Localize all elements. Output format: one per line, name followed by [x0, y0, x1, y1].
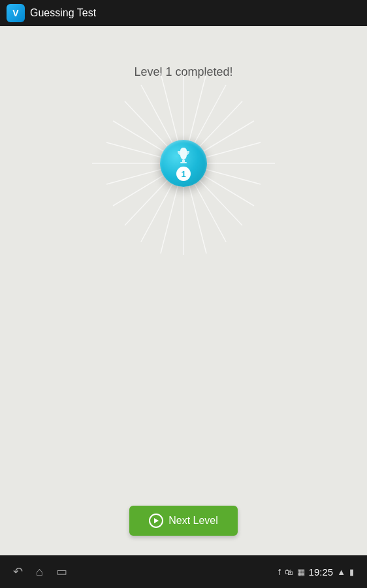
time-display: 19:25 — [309, 566, 334, 578]
svg-rect-24 — [182, 160, 185, 162]
medal-badge: 1 — [160, 140, 207, 187]
recents-icon[interactable]: ▭ — [56, 564, 67, 579]
medal-number: 1 — [176, 167, 191, 181]
facebook-icon: f — [278, 567, 281, 577]
main-content: Level 1 completed! — [0, 26, 367, 562]
svg-marker-26 — [154, 518, 159, 523]
storage-icon: ▦ — [297, 567, 305, 577]
app-title: Guessing Test — [30, 7, 96, 19]
title-bar: V Guessing Test — [0, 0, 367, 26]
nav-bar: ↶ ⌂ ▭ f 🛍 ▦ 19:25 ▲ ▮ — [0, 555, 367, 588]
status-right: f 🛍 ▦ 19:25 ▲ ▮ — [278, 566, 354, 578]
next-level-button[interactable]: Next Level — [129, 506, 238, 536]
next-level-button-label: Next Level — [168, 515, 218, 527]
bag-icon: 🛍 — [285, 567, 293, 577]
nav-left: ↶ ⌂ ▭ — [13, 564, 67, 579]
medal-inner: 1 — [174, 146, 193, 181]
home-icon[interactable]: ⌂ — [36, 565, 43, 579]
trophy-icon — [174, 146, 193, 165]
next-level-button-icon — [149, 514, 163, 528]
wifi-icon: ▲ — [337, 567, 345, 577]
nav-right: f 🛍 ▦ 19:25 ▲ ▮ — [278, 566, 354, 578]
play-icon — [152, 517, 160, 525]
svg-rect-25 — [180, 162, 187, 163]
battery-icon: ▮ — [349, 567, 354, 577]
back-icon[interactable]: ↶ — [13, 564, 23, 579]
app-icon: V — [7, 4, 25, 22]
burst-container: 1 — [86, 65, 281, 261]
app-icon-letter: V — [12, 8, 18, 18]
